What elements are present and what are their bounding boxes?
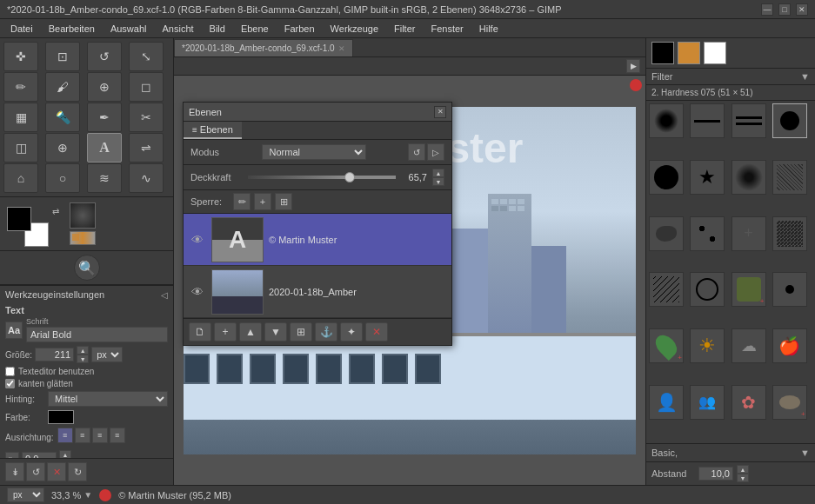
size-up-arrow[interactable]: ▲ bbox=[77, 346, 89, 355]
maximize-button[interactable]: □ bbox=[778, 3, 791, 16]
minimize-button[interactable]: — bbox=[761, 3, 773, 16]
layer-item-photo[interactable]: 👁 2020-01-18b_Amber bbox=[184, 266, 451, 318]
tool-pencil[interactable]: ✏ bbox=[3, 72, 38, 102]
canvas-tab[interactable]: *2020-01-18b_Amber-condo_69.xcf-1.0 ✕ bbox=[174, 39, 353, 56]
tool-rotate[interactable]: ↺ bbox=[87, 42, 122, 71]
zoom-dropdown-icon[interactable]: ▼ bbox=[84, 490, 92, 500]
brush-dash2[interactable] bbox=[731, 103, 766, 138]
brush-cloud[interactable]: ☁ bbox=[731, 328, 766, 363]
brush-diagonal[interactable] bbox=[649, 272, 684, 307]
tool-rect-select[interactable]: ⊡ bbox=[45, 42, 80, 71]
tool-move[interactable]: ✜ bbox=[3, 42, 38, 71]
brush-star[interactable]: ★ bbox=[690, 160, 725, 195]
indent-input-1[interactable] bbox=[22, 452, 57, 458]
brush-spray[interactable] bbox=[772, 216, 807, 251]
tool-bottom-3[interactable]: ✕ bbox=[47, 462, 66, 481]
brush-blob[interactable] bbox=[649, 216, 684, 251]
tool-scissors[interactable]: ✂ bbox=[129, 103, 164, 132]
align-left-button[interactable]: ≡ bbox=[57, 428, 73, 443]
tool-fuzzy[interactable]: 🔦 bbox=[45, 103, 80, 132]
brush-dash[interactable] bbox=[690, 103, 725, 138]
tool-smudge[interactable]: ≋ bbox=[87, 163, 122, 193]
tool-bottom-2[interactable]: ↺ bbox=[26, 462, 45, 481]
layers-panel-titlebar[interactable]: Ebenen ✕ bbox=[184, 103, 451, 122]
brush-leaf[interactable]: + bbox=[649, 328, 684, 363]
opacity-down[interactable]: ▼ bbox=[432, 177, 444, 186]
swap-colors-icon[interactable]: ⇄ bbox=[52, 207, 59, 216]
mode-reset-icon[interactable]: ↺ bbox=[408, 143, 425, 161]
font-aa-button[interactable]: Aa bbox=[5, 322, 23, 339]
merge-layer-button[interactable]: ✦ bbox=[340, 322, 363, 342]
opacity-slider-thumb[interactable] bbox=[344, 172, 355, 182]
size-down-arrow[interactable]: ▼ bbox=[77, 355, 89, 363]
brush-person[interactable]: 👤 bbox=[649, 385, 684, 420]
align-center-button[interactable]: ≡ bbox=[75, 428, 90, 443]
brush-dots[interactable] bbox=[690, 216, 725, 251]
menu-datei[interactable]: Datei bbox=[3, 22, 40, 36]
size-input[interactable] bbox=[35, 348, 74, 361]
tool-heal[interactable]: ⌂ bbox=[3, 163, 38, 193]
lock-pixels-button[interactable]: ✏ bbox=[233, 193, 251, 210]
tool-brush[interactable]: 🖌 bbox=[45, 72, 80, 102]
menu-bearbeiten[interactable]: Bearbeiten bbox=[42, 22, 102, 36]
tool-dodge[interactable]: ○ bbox=[45, 163, 80, 193]
tool-bottom-1[interactable]: ↡ bbox=[5, 462, 24, 481]
opacity-up[interactable]: ▲ bbox=[432, 169, 444, 177]
brush-pebble[interactable]: + bbox=[772, 385, 807, 420]
new-layer-button[interactable]: + bbox=[214, 322, 237, 342]
layer-item-text[interactable]: 👁 A © Martin Muster bbox=[184, 214, 451, 266]
close-button[interactable]: ✕ bbox=[796, 3, 808, 16]
brush-hard-circle[interactable] bbox=[772, 103, 807, 138]
layer-eye-2[interactable]: 👁 bbox=[189, 285, 206, 299]
brush-grass[interactable]: + bbox=[731, 272, 766, 307]
layers-panel-close[interactable]: ✕ bbox=[434, 106, 446, 118]
canvas-container[interactable]: © Martin Muster Ebenen ✕ ≡ Ebenen bbox=[174, 76, 645, 485]
text-color-swatch[interactable] bbox=[48, 410, 74, 424]
mode-select[interactable]: Normal Multiply Screen bbox=[262, 144, 366, 160]
menu-auswahl[interactable]: Auswahl bbox=[104, 22, 154, 36]
tool-bottom-4[interactable]: ↻ bbox=[68, 462, 87, 481]
brush-white-swatch[interactable] bbox=[704, 42, 726, 64]
brush-black-swatch[interactable] bbox=[651, 42, 674, 64]
zoom-icon[interactable]: 🔍 bbox=[74, 255, 100, 281]
tool-warp[interactable]: ∿ bbox=[129, 163, 164, 193]
unit-dropdown[interactable]: px pt mm bbox=[7, 487, 44, 502]
brush-name-dropdown[interactable]: ▼ bbox=[800, 448, 810, 458]
delete-layer-button[interactable]: ✕ bbox=[365, 322, 388, 342]
brush-sun[interactable]: ☀ bbox=[690, 328, 725, 363]
new-layer-from-visible[interactable]: 🗋 bbox=[189, 322, 211, 342]
tool-zoom[interactable]: ⊕ bbox=[45, 133, 80, 162]
foreground-color-swatch[interactable] bbox=[7, 207, 31, 231]
brush-cross[interactable]: + bbox=[731, 216, 766, 251]
brush-circle-outline[interactable] bbox=[690, 272, 725, 307]
menu-filter[interactable]: Filter bbox=[387, 22, 422, 36]
spacing-input[interactable] bbox=[698, 467, 733, 481]
brush-apple[interactable]: 🍎 bbox=[772, 328, 807, 363]
lock-transform-button[interactable]: ⊞ bbox=[275, 193, 292, 210]
menu-hilfe[interactable]: Hilfe bbox=[472, 22, 505, 36]
spacing-up[interactable]: ▲ bbox=[737, 465, 749, 474]
menu-farben[interactable]: Farben bbox=[277, 22, 322, 36]
brush-large-soft[interactable] bbox=[731, 160, 766, 195]
opacity-slider[interactable] bbox=[248, 176, 396, 179]
canvas-tab-close[interactable]: ✕ bbox=[338, 44, 345, 53]
duplicate-layer-button[interactable]: ⊞ bbox=[290, 322, 312, 342]
layer-eye-1[interactable]: 👁 bbox=[189, 233, 206, 247]
tool-eraser[interactable]: ◻ bbox=[129, 72, 164, 102]
filter-dropdown-icon[interactable]: ▼ bbox=[800, 71, 810, 82]
menu-ebene[interactable]: Ebene bbox=[234, 22, 276, 36]
brush-medium-circle[interactable] bbox=[649, 160, 684, 195]
layer-up-button[interactable]: ▲ bbox=[239, 322, 262, 342]
align-right-button[interactable]: ≡ bbox=[92, 428, 108, 443]
spacing-down[interactable]: ▼ bbox=[737, 474, 749, 482]
brush-people[interactable]: 👥 bbox=[690, 385, 725, 420]
layers-tab-ebenen[interactable]: ≡ Ebenen bbox=[184, 122, 242, 139]
canvas-nav-right[interactable]: ▶ bbox=[626, 59, 640, 73]
tool-scale[interactable]: ⤡ bbox=[129, 42, 164, 71]
tool-options-collapse[interactable]: ◁ bbox=[161, 290, 168, 300]
align-justify-button[interactable]: ≡ bbox=[110, 428, 125, 443]
menu-werkzeuge[interactable]: Werkzeuge bbox=[324, 22, 385, 36]
brush-soft-circle[interactable] bbox=[649, 103, 684, 138]
lock-position-button[interactable]: + bbox=[254, 193, 271, 210]
tool-paths[interactable]: ✒ bbox=[87, 103, 122, 132]
